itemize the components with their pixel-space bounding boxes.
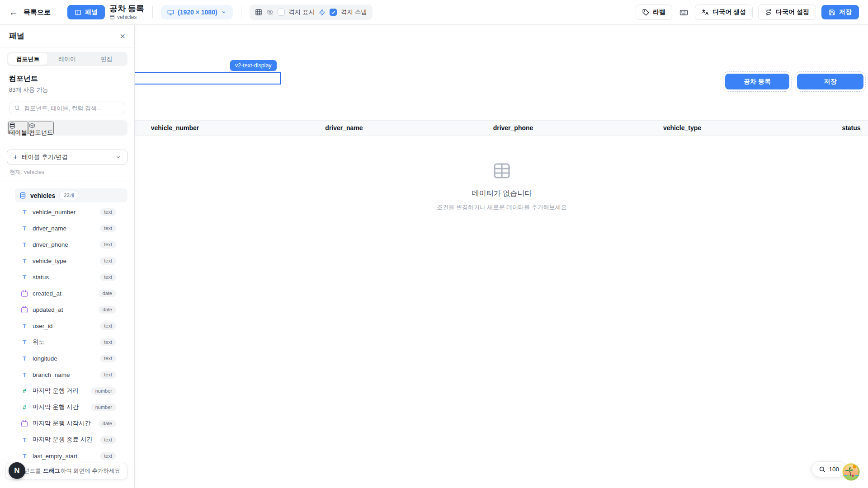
field-row[interactable]: 마지막 운행 종료 시간 text [0,432,134,448]
i18n-settings-text: 다국어 설정 [776,8,809,16]
keyboard-shortcuts-button[interactable] [678,6,689,18]
database-icon [9,122,27,129]
data-grid-column-header[interactable]: vehicle_type [598,121,767,135]
field-type-icon [21,306,28,313]
eye-off-icon[interactable] [266,9,274,16]
save-button-text: 저장 [839,8,852,16]
tab-components[interactable]: 컴포넌트 [8,53,47,65]
save-button[interactable]: 저장 [821,5,859,19]
field-row[interactable]: driver_name text [0,220,134,236]
divider [0,182,134,182]
monitor-icon [167,9,174,16]
field-type-badge: number [91,387,116,395]
field-type-icon [21,452,28,460]
canvas-register-vehicle-button[interactable]: 공차 등록 [725,74,789,89]
field-row[interactable]: created_at date [0,285,134,301]
source-toggle: 테이블 컴포넌트 [7,120,127,136]
add-change-table-button[interactable]: + 테이블 추가/변경 [7,150,127,164]
field-name: longitude [33,355,95,362]
field-type-icon [21,290,28,297]
field-row[interactable]: vehicle_number text [0,204,134,220]
field-type-badge: text [100,257,116,265]
island-theme-button[interactable] [842,463,860,481]
data-grid-column-header[interactable]: status [767,121,868,135]
field-type-badge: text [100,225,116,232]
top-toolbar: ← 목록으로 패널 공차 등록 vehicles (868 × 488) [0,0,868,25]
save-icon [829,9,835,16]
field-type-badge: number [91,404,116,411]
page-title-block: 공차 등록 vehicles [109,4,144,21]
grid-snap-checkbox[interactable] [330,9,337,16]
column-count-badge: 22개 [59,191,79,200]
label-button[interactable]: 라벨 [636,5,672,20]
field-name: 마지막 운행 시작시간 [33,419,94,427]
tag-icon [642,9,649,16]
search-input[interactable] [24,105,120,112]
field-type-badge: date [99,290,116,297]
canvas-save-button[interactable]: 저장 [797,74,863,89]
table-name: vehicles [30,192,55,199]
field-type-icon [21,436,28,443]
grid-show-checkbox[interactable] [278,9,285,16]
field-type-icon [21,404,28,411]
field-type-icon [21,387,28,394]
field-type-badge: text [100,452,116,460]
field-row[interactable]: last_empty_start text [0,448,134,464]
field-row[interactable]: 마지막 운행 시작시간 date [0,415,134,432]
empty-state: 데이터가 없습니다 조건을 변경하거나 새로운 데이터를 추가해보세요 [411,162,592,211]
app-logo-button[interactable]: N [9,462,25,479]
table-row-vehicles[interactable]: vehicles 22개 [15,188,127,202]
field-row[interactable]: 마지막 운행 거리 number [0,383,134,399]
tab-layers[interactable]: 레이어 [47,53,87,65]
components-available-count: 83개 사용 가능 [9,86,125,94]
lightning-icon[interactable] [319,9,326,16]
divider [59,6,59,18]
chevron-down-icon [115,154,121,160]
field-type-icon [21,257,28,264]
field-row[interactable]: 위도 text [0,334,134,350]
field-row[interactable]: updated_at date [0,301,134,318]
panel-button-label: 패널 [85,8,98,16]
field-row[interactable]: user_id text [0,318,134,334]
back-to-list-button[interactable]: ← 목록으로 [9,8,51,17]
field-type-badge: text [100,208,116,216]
field-name: driver_name [33,225,95,232]
field-row[interactable]: 마지막 운행 시간 number [0,399,134,415]
data-grid-column-header[interactable]: driver_phone [429,121,598,135]
magnifier-icon [819,466,826,473]
grid-show-label: 격자 표시 [289,8,315,16]
i18n-settings-button[interactable]: 다국어 설정 [758,5,816,20]
zoom-level-value: 100 [829,466,839,473]
i18n-generate-button[interactable]: 다국어 생성 [695,5,753,20]
panel-toggle-button[interactable]: 패널 [67,5,105,19]
field-name: user_id [33,323,95,329]
field-type-icon [21,241,28,248]
close-icon[interactable]: × [120,32,125,41]
resolution-value: (868 × 488) [178,9,217,16]
back-arrow-icon: ← [9,8,18,17]
window-icon [109,14,115,20]
field-row[interactable]: longitude text [0,350,134,366]
plus-icon: + [13,153,18,161]
left-panel: 패널 × 컴포넌트 레이어 편집 컴포넌트 83개 사용 가능 테이블 컴포넌트 [0,25,135,488]
field-list: vehicle_number text driver_name text dri… [0,204,134,464]
zoom-control[interactable]: 100 [811,461,846,477]
tab-edit[interactable]: 편집 [87,53,126,65]
source-tab-tables[interactable]: 테이블 [8,122,28,134]
field-row[interactable]: status text [0,269,134,285]
field-row[interactable]: branch_name text [0,366,134,383]
back-label: 목록으로 [24,8,51,17]
data-grid-header-row: vehicle_numberdriver_namedriver_phoneveh… [90,120,868,136]
field-type-icon [21,273,28,281]
grid-icon[interactable] [255,9,262,16]
field-type-badge: text [100,338,116,346]
field-row[interactable]: vehicle_type text [0,253,134,269]
components-section-title: 컴포넌트 [9,74,125,84]
source-tab-components[interactable]: 컴포넌트 [28,122,54,134]
resolution-dropdown[interactable]: (868 × 488) [161,5,233,19]
grid-options-toolbar: 격자 표시 격자 스냅 [250,5,373,20]
chevron-down-icon [221,9,226,15]
data-grid-column-header[interactable]: driver_name [259,121,429,135]
i18n-generate-text: 다국어 생성 [712,8,746,16]
field-row[interactable]: driver_phone text [0,236,134,253]
